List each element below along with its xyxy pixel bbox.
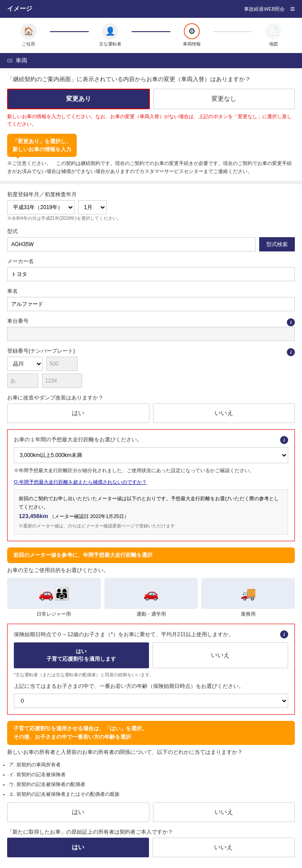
mileage-title-row: お車の１年間の予想最大走行距離をお選びください。 i xyxy=(14,436,288,447)
caution-note-text: ※ご注意ください。 この契約は継続契約です。現在のご契約でのお車の変更手続きが必… xyxy=(7,160,292,174)
caution-note: ※ご注意ください。 この契約は継続契約です。現在のご契約でのお車の変更手続きが必… xyxy=(7,160,295,175)
car-name-group: 車名 xyxy=(7,288,295,311)
tooltip-child-line2: その後、お子さまの中で一番若い方の年齢を選択 xyxy=(13,734,131,740)
initial-reg-label: 初度登録年月／初度検査年月 xyxy=(7,191,295,198)
step-driver-icon: 👤 xyxy=(102,23,118,39)
usage-images-row: 🚗👨‍👩‍👧 日常レジャー用 🚗 通勤・通学用 🚚 業務用 xyxy=(7,578,295,617)
steps-bar: 🏠 ご住所 👤 主な運転者 ⚙ 車両情報 📄 地図 xyxy=(0,18,302,53)
maker-group: メーカー名 xyxy=(7,258,295,281)
owner-no-button[interactable]: いいえ xyxy=(153,802,295,822)
step-connector-3 xyxy=(213,31,252,32)
mileage-title: お車の１年間の予想最大走行距離をお選びください。 xyxy=(14,436,142,444)
model-group: 型式 型式検索 xyxy=(7,228,295,251)
step-map: 📄 地図 xyxy=(254,23,293,47)
mod-yes-button[interactable]: はい xyxy=(7,403,149,423)
modification-buttons: はい いいえ xyxy=(7,403,295,423)
child-title-row: 保険始期日時点で０～12歳のお子さま（*）をお車に乗せて、平均月2日以上使用しま… xyxy=(14,630,288,642)
plate-label-row: 登録番号(ナンバープレート) i xyxy=(7,347,295,357)
change-no-button[interactable]: 変更なし xyxy=(153,89,295,109)
chassis-info-icon[interactable]: i xyxy=(287,318,295,326)
hamburger-menu-icon[interactable]: ≡ xyxy=(290,4,295,14)
plate-num-input[interactable] xyxy=(42,374,82,388)
mileage-box: お車の１年間の予想最大走行距離をお選びください。 i 3,000km以上5,00… xyxy=(7,429,295,541)
tooltip-change-line1: 「変更あり」を選択し、 xyxy=(12,138,71,144)
child-buttons: はい 子育て応援割引を適用します いいえ xyxy=(14,642,288,668)
usage-commute-label: 通勤・通学用 xyxy=(137,611,166,617)
step-vehicle: ⚙ 車両情報 xyxy=(172,23,211,47)
plate-kana-input[interactable] xyxy=(7,374,38,388)
usage-commute[interactable]: 🚗 通勤・通学用 xyxy=(104,578,198,617)
chassis-label-row: 車台番号 i xyxy=(7,317,295,327)
usage-leisure[interactable]: 🚗👨‍👩‍👧 日常レジャー用 xyxy=(7,578,101,617)
child-yes-line1: はい xyxy=(76,648,87,654)
chassis-input[interactable] xyxy=(7,327,295,341)
car-name-input[interactable] xyxy=(7,297,295,311)
change-yes-button[interactable]: 変更あり xyxy=(7,89,150,109)
modification-group: お車に改造やダンプ改装はありますか？ はい いいえ xyxy=(7,394,295,423)
mileage-info-icon[interactable]: i xyxy=(280,436,288,444)
model-search-button[interactable]: 型式検索 xyxy=(259,237,295,251)
maker-label: メーカー名 xyxy=(7,258,295,265)
year-note: ※令和4年の方は平成31年(2019年)を選択してください。 xyxy=(7,215,295,222)
plate-area-select[interactable]: 品川 横浜 東京 xyxy=(7,357,43,371)
owner-yes-button[interactable]: はい xyxy=(7,802,149,822)
new-owner-label: 「新たに取得したお車」の原始証上の所有者は契約者ご本人ですか？ xyxy=(7,828,295,836)
change-buttons: 変更あり 変更なし xyxy=(7,89,295,109)
usage-section: お車の主なご使用目的をお選びください。 🚗👨‍👩‍👧 日常レジャー用 🚗 通勤・… xyxy=(7,567,295,617)
child-age-label: 上記に当てはまるお子さまの中で、一番お若い方の年齢（保険始期日時点）をお選びくだ… xyxy=(14,683,288,690)
new-owner-no-button[interactable]: いいえ xyxy=(153,838,295,857)
meter-value: 123,456km xyxy=(19,513,48,519)
step-address-label: ご住所 xyxy=(22,41,35,47)
tooltip-change: 「変更あり」を選択し、 新しいお車の情報を入力 xyxy=(7,134,77,157)
mileage-select[interactable]: 3,000km以上5,000km未満 3,000km未満 5,000km以上10… xyxy=(14,447,288,463)
header-right: 事故経過WEB照会 ≡ xyxy=(244,4,295,14)
tooltip-child: 子育て応援割引を適用させる場合は、「はい」を選択。 その後、お子さまの中で一番若… xyxy=(7,721,295,745)
year-select[interactable]: 平成31年（2019年） 令和2年（2020年） 令和3年（2021年） 令和4… xyxy=(7,200,74,214)
mileage-note2: Q.年間予想最大走行距離を超えたら補償されないのですか？ xyxy=(14,478,288,486)
plate-row-2 xyxy=(7,374,295,388)
owner-list-item-i: イ. 前契約の記名被保険者 xyxy=(9,769,295,779)
model-input[interactable] xyxy=(7,237,256,251)
model-label-row: 型式 xyxy=(7,228,295,237)
step-map-label: 地図 xyxy=(269,41,278,47)
child-yes-button[interactable]: はい 子育て応援割引を適用します xyxy=(14,642,149,668)
mod-no-button[interactable]: いいえ xyxy=(153,403,295,423)
child-info-icon[interactable]: i xyxy=(280,630,288,638)
owner-list-item-a: ア. 前契約の車両所有者 xyxy=(9,760,295,769)
section-number: 03 xyxy=(7,58,12,63)
header-link[interactable]: 事故経過WEB照会 xyxy=(244,6,285,12)
owner-section: 新しいお車の所有者と入替前のお車の所有者の関係について、以下のどれかに当てはまり… xyxy=(7,749,295,822)
new-owner-group: 「新たに取得したお車」の原始証上の所有者は契約者ご本人ですか？ はい いいえ xyxy=(7,828,295,857)
meter-value-row: 123,456km （メーター確認日 2022年1月25日） xyxy=(19,511,283,521)
usage-leisure-icon: 🚗👨‍👩‍👧 xyxy=(7,578,101,609)
change-question: 「継続契約のご案内画面」に表示されている内容からお車の変更（車両入替）はあります… xyxy=(7,75,295,83)
header: イメージ 事故経過WEB照会 ≡ xyxy=(0,0,302,18)
child-age-select[interactable]: ０ １ ２ ３ ４ ５ ６ ７ ８ ９ １０ １１ １２ xyxy=(14,694,288,708)
meter-text: 前回のご契約でお申し出いただいたメーター値は以下のとおりです。予想最大走行距離を… xyxy=(19,494,283,511)
owner-list-item-e: エ. 前契約の記名被保険者またはその配偶者の親族 xyxy=(9,789,295,799)
new-owner-yes-button[interactable]: はい xyxy=(7,838,149,857)
owner-title: 新しいお車の所有者と入替前のお車の所有者の関係について、以下のどれかに当てはまり… xyxy=(7,749,295,756)
step-map-icon: 📄 xyxy=(265,23,281,39)
main-content: 「継続契約のご案内画面」に表示されている内容からお車の変更（車両入替）はあります… xyxy=(0,68,302,868)
plate-class-input[interactable] xyxy=(46,357,78,371)
child-no-button[interactable]: いいえ xyxy=(153,642,289,668)
plate-label: 登録番号(ナンバープレート) xyxy=(7,347,75,355)
modification-label: お車に改造やダンプ改装はありますか？ xyxy=(7,394,295,402)
mileage-note2-link[interactable]: Q.年間予想最大走行距離を超えたら補償されないのですか？ xyxy=(14,479,147,485)
initial-reg-group: 初度登録年月／初度検査年月 平成31年（2019年） 令和2年（2020年） 令… xyxy=(7,191,295,222)
car-name-label: 車名 xyxy=(7,288,295,295)
meter-date: （メーター確認日 2022年1月25日） xyxy=(50,514,129,519)
age-select-row: ０ １ ２ ３ ４ ５ ６ ７ ８ ９ １０ １１ １２ xyxy=(14,694,288,708)
maker-input[interactable] xyxy=(7,267,295,281)
plate-info-icon[interactable]: i xyxy=(287,348,295,356)
step-connector-2 xyxy=(132,31,171,32)
step-vehicle-icon: ⚙ xyxy=(184,23,200,39)
usage-title: お車の主なご使用目的をお選びください。 xyxy=(7,567,295,574)
meter-note: ※最新のメーター値は、のちほどメーター確認更新ページで登録いただけます xyxy=(19,522,283,530)
step-connector-1 xyxy=(50,31,89,32)
month-select[interactable]: 1月2月3月4月 5月6月7月8月 9月10月11月12月 xyxy=(78,200,107,214)
usage-business[interactable]: 🚚 業務用 xyxy=(201,578,295,617)
chassis-group: 車台番号 i xyxy=(7,317,295,341)
child-title: 保険始期日時点で０～12歳のお子さま（*）をお車に乗せて、平均月2日以上使用しま… xyxy=(14,630,234,639)
